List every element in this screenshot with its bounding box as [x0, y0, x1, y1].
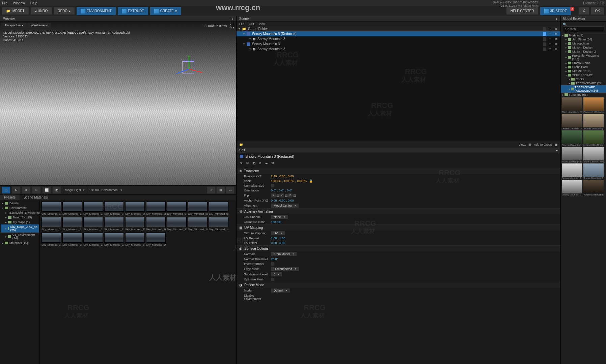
settings-icon[interactable]: ✿	[271, 161, 274, 165]
auxch-dropdown[interactable]: None	[271, 215, 288, 219]
flip-x[interactable]: X	[271, 193, 276, 198]
browser-thumb[interactable]: Snowy Mountain 3 (Red	[561, 180, 582, 196]
section-transform[interactable]: ✥ Transform	[237, 168, 560, 174]
preset-tree-item[interactable]: ▸Sky_Maps_JPG_4K (25)	[1, 224, 39, 233]
scene-row[interactable]: ▾📁Group Folder□✕	[237, 26, 560, 31]
tool-rotate[interactable]: ↻	[32, 187, 40, 193]
section-reflect[interactable]: ◑ Reflect Mode	[237, 282, 560, 288]
undo-button[interactable]: ◂ UNDO	[31, 7, 52, 14]
color-swatch[interactable]	[543, 32, 546, 36]
menu-file[interactable]: File	[2, 1, 7, 5]
browser-tree-item[interactable]: ▸TERRASCAPE (24)	[561, 81, 606, 85]
browser-thumb[interactable]: Volcano (Reduced)	[583, 180, 604, 196]
preset-thumb[interactable]: Sky_Mirrored_23	[104, 233, 124, 247]
invert-checkbox[interactable]	[271, 262, 274, 266]
optimize-checkbox[interactable]	[271, 278, 274, 281]
model-browser-thumbs[interactable]: Alien Landscape (ReducCanyon 1 (Reduced)…	[561, 97, 606, 364]
folder-icon[interactable]: 📁	[239, 143, 243, 146]
preset-thumb[interactable]: Sky_Mirrored_17	[167, 217, 187, 232]
uvoff-value[interactable]: 0.00 , 0.00	[271, 241, 285, 245]
preset-thumb[interactable]: Sky_Mirrored_06	[146, 202, 166, 216]
preset-thumb[interactable]: Sky_Mirrored_07	[167, 202, 187, 216]
preset-tree-item[interactable]: ▸V1_Environment (24)	[1, 233, 39, 241]
edge-dropdown[interactable]: Disconnected	[271, 267, 299, 271]
model-browser-tree[interactable]: ▾Models (1)▸Jet_Strike (54)▸Metropolitan…	[561, 33, 606, 97]
tool-pointer[interactable]: ➤	[12, 187, 20, 193]
section-aux[interactable]: ⚙ Auxiliary Animation	[237, 209, 560, 214]
zoom-value[interactable]: 100.0%	[89, 188, 100, 192]
view-mode-b[interactable]: ⊞	[217, 187, 225, 193]
color-swatch[interactable]	[543, 37, 546, 41]
preset-tree-item[interactable]: ▸My Maps (1)	[1, 220, 39, 224]
browser-tree-item[interactable]: ▸Favorites (56)	[561, 93, 606, 97]
menu-window[interactable]: Window	[13, 1, 25, 5]
delete-icon[interactable]: ✕	[554, 42, 558, 46]
tab-presets[interactable]: Presets	[0, 194, 20, 200]
browser-thumb[interactable]: Alien Landscape (Reduc	[561, 97, 582, 113]
preset-thumb[interactable]: Sky_Mirrored_03	[83, 202, 103, 216]
preset-thumb[interactable]: Sky_Mirrored_04	[104, 202, 124, 216]
collapse-icon[interactable]: ▸	[556, 148, 558, 152]
import-button[interactable]: 📁 IMPORT	[2, 7, 29, 14]
browser-thumb[interactable]: Ireland Hills (Reduced)	[583, 130, 604, 146]
transform-gizmo[interactable]	[175, 55, 202, 82]
browser-tree-item[interactable]: ▸Metropolitan	[561, 41, 606, 46]
flip-y[interactable]: Y	[279, 193, 284, 198]
visibility-icon[interactable]: □	[548, 37, 552, 41]
preset-thumb[interactable]: Sky_Mirrored_24	[125, 233, 145, 247]
browser-tree-item[interactable]: ▸Motion_Design_2	[561, 50, 606, 54]
browser-thumb[interactable]: Dunes (Reduced)	[583, 114, 604, 130]
tool-move[interactable]: ✥	[22, 187, 30, 193]
browser-thumb[interactable]: Snow Canyon (Reduce	[583, 147, 604, 163]
scene-menu-view[interactable]: View	[259, 22, 265, 26]
ok-button[interactable]: OK	[591, 7, 604, 14]
create-button[interactable]: CREATE ▾	[150, 7, 181, 15]
browser-thumb[interactable]: Moon Surface (Reduce	[561, 147, 582, 163]
delete-icon[interactable]: ✕	[554, 48, 558, 51]
preset-tree-item[interactable]: ▸Materials (15)	[1, 241, 39, 245]
scene-row[interactable]: ▾Snowy Mountain 3□✕	[237, 47, 560, 52]
browser-tree-item[interactable]: ▾TERRASCAPE	[561, 73, 606, 77]
env-label[interactable]: Environment	[102, 188, 119, 192]
tool-anchor[interactable]: ◩	[53, 187, 61, 193]
preset-tree-item[interactable]: ▸BackLight_Environments	[1, 210, 39, 215]
preset-thumb[interactable]: Sky_Mirrored_13	[104, 217, 124, 232]
delete-icon[interactable]: ✕	[554, 27, 558, 31]
copy-icon[interactable]: ⧉	[259, 161, 261, 165]
normalize-checkbox[interactable]	[271, 184, 274, 187]
sub-dropdown[interactable]: 0	[271, 272, 282, 276]
preset-tree-item[interactable]: ▾Environment	[1, 206, 39, 210]
extrude-button[interactable]: EXTRUDE	[118, 7, 148, 15]
preset-tree-item[interactable]: ▸Basic_2K (15)	[1, 215, 39, 220]
search-input[interactable]	[563, 26, 604, 32]
scale-value[interactable]: 100.0% , 100.0% , 100.0%	[271, 179, 307, 183]
browser-tree-item[interactable]: ▸Projectile_Weapons (107)	[561, 54, 606, 61]
preset-tree-item[interactable]: ▸Bevels	[1, 201, 39, 206]
browser-tree-item[interactable]: ▸Jet_Strike (54)	[561, 37, 606, 41]
preset-thumb[interactable]: Sky_Mirrored_12	[83, 217, 103, 232]
light-mode[interactable]: Single Light	[65, 188, 81, 192]
move-icon[interactable]: ✥	[240, 161, 243, 165]
scene-row[interactable]: ▾Snowy Mountain 3□✕	[237, 41, 560, 47]
preset-thumb[interactable]: Sky_Mirrored_25	[146, 233, 166, 247]
close-x-button[interactable]: X	[579, 7, 589, 14]
scene-tree[interactable]: ▾📁Group Folder□✕▾Snowy Mountain 3 (Reduc…	[237, 26, 560, 141]
collapse-icon[interactable]: ▸	[232, 17, 233, 21]
add-icon[interactable]: ▣	[555, 143, 558, 146]
tab-scene-materials[interactable]: Scene Materials	[20, 194, 52, 200]
preset-thumb[interactable]: Sky_Mirrored_08	[188, 202, 208, 216]
preset-thumb[interactable]: Sky_Mirrored_10	[41, 217, 61, 232]
preset-thumb[interactable]: Sky_Mirrored_20	[41, 233, 61, 247]
preset-thumb[interactable]: Sky_Mirrored_15	[125, 217, 145, 232]
scene-menu-edit[interactable]: Edit	[249, 22, 254, 26]
3d-store-button[interactable]: 3D STORE	[540, 7, 571, 15]
wireframe-dropdown[interactable]: Wireframe	[27, 23, 51, 28]
add-to-group[interactable]: Add to Group	[534, 143, 552, 146]
preset-thumb[interactable]: Sky_Mirrored_22	[83, 233, 103, 247]
position-value[interactable]: 2.49 , 0.00 , 0.00	[271, 175, 294, 178]
preset-thumb[interactable]: Sky_Mirrored_21	[62, 233, 82, 247]
expand-viewport-icon[interactable]: ⛶	[230, 24, 234, 28]
preset-thumb[interactable]: Sky_Mirrored_16	[146, 217, 166, 232]
delete-icon[interactable]: ✕	[554, 37, 558, 41]
visibility-icon[interactable]: □	[548, 27, 552, 31]
